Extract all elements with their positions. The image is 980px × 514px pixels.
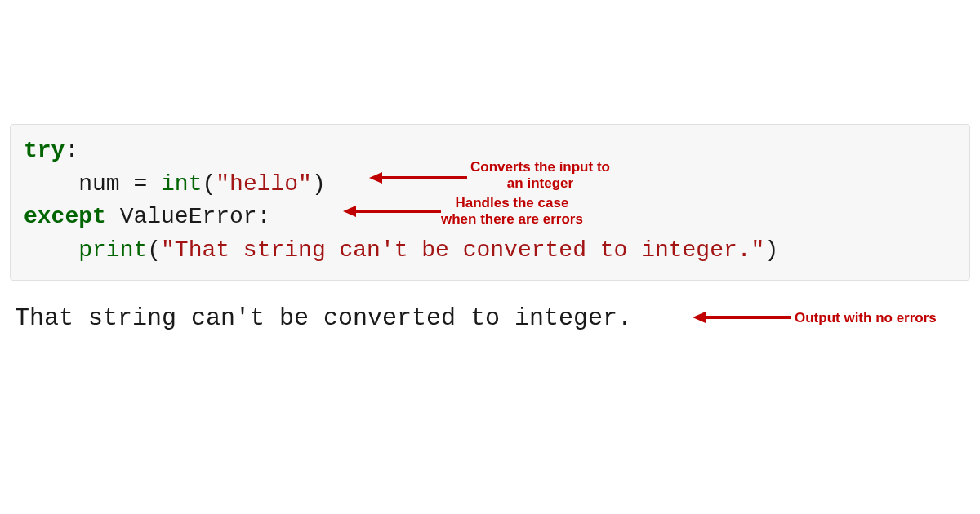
paren-open: ( (202, 171, 216, 197)
paren-close: ) (764, 237, 778, 263)
indent (24, 171, 78, 197)
paren-open: ( (147, 237, 161, 263)
colon: : (65, 138, 78, 163)
arrow-icon-2 (343, 203, 441, 219)
string-message: "That string can't be converted to integ… (161, 237, 764, 263)
arrow-icon-1 (369, 170, 467, 186)
keyword-except: except (24, 204, 106, 229)
space (106, 204, 120, 229)
function-int: int (161, 171, 202, 197)
annotation-handles: Handles the case when there are errors (441, 195, 583, 228)
colon: : (257, 204, 271, 229)
indent (24, 237, 78, 263)
paren-close: ) (312, 171, 326, 197)
annotation-convert: Converts the input to an integer (470, 159, 610, 193)
variable-num: num (78, 171, 119, 197)
output-text: That string can't be converted to intege… (15, 304, 632, 332)
arrow-icon-3 (693, 309, 791, 326)
svg-marker-1 (369, 172, 382, 184)
equals: = (120, 171, 161, 197)
svg-marker-3 (343, 206, 356, 217)
annotation-output: Output with no errors (795, 310, 937, 326)
function-print: print (78, 237, 147, 263)
string-hello: "hello" (216, 171, 312, 197)
svg-marker-5 (693, 312, 706, 323)
keyword-try: try (24, 138, 65, 163)
exception-valueerror: ValueError (120, 204, 257, 229)
